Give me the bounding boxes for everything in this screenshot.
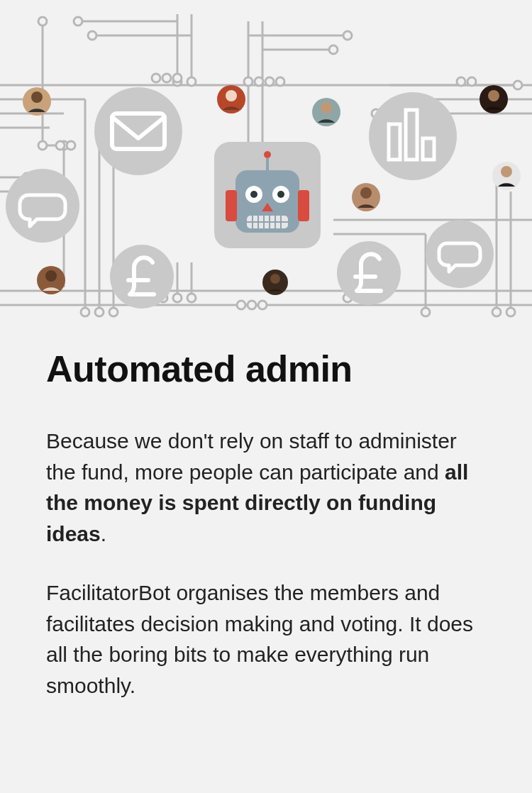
paragraph-2: FacilitatorBot organises the members and… (46, 577, 486, 701)
avatar (217, 85, 245, 113)
svg-point-13 (81, 308, 89, 316)
svg-point-10 (329, 45, 338, 54)
svg-point-2 (88, 31, 96, 40)
pound-icon-left (110, 245, 174, 309)
svg-point-29 (265, 77, 274, 86)
svg-point-4 (38, 141, 47, 150)
svg-point-49 (31, 92, 43, 103)
svg-point-46 (110, 245, 174, 309)
paragraph-1-pre: Because we don't rely on staff to admini… (46, 429, 457, 484)
hero-illustration (0, 0, 532, 319)
chart-icon (369, 92, 457, 180)
svg-point-53 (321, 102, 332, 113)
svg-point-37 (258, 301, 267, 309)
svg-point-36 (248, 301, 256, 309)
svg-point-71 (250, 191, 257, 198)
svg-point-25 (162, 74, 171, 82)
mail-icon (94, 87, 182, 175)
avatar (312, 98, 340, 126)
speech-icon-left (6, 169, 79, 243)
svg-point-0 (38, 17, 47, 26)
svg-point-73 (277, 191, 284, 198)
svg-point-63 (45, 270, 57, 282)
robot-icon (214, 142, 321, 248)
svg-point-15 (109, 308, 118, 316)
paragraph-1: Because we don't rely on staff to admini… (46, 426, 486, 549)
svg-point-17 (173, 294, 182, 302)
svg-point-33 (56, 141, 65, 150)
avatar (262, 270, 288, 295)
speech-icon-right (426, 220, 494, 288)
svg-point-23 (506, 308, 515, 316)
svg-point-22 (492, 308, 501, 316)
svg-point-47 (337, 241, 401, 305)
svg-point-28 (255, 77, 263, 86)
avatar (352, 183, 380, 211)
svg-point-27 (244, 77, 253, 86)
svg-point-26 (173, 74, 182, 82)
paragraph-1-post: . (101, 522, 106, 545)
svg-point-55 (488, 90, 499, 101)
pound-icon-right (337, 241, 401, 305)
svg-point-61 (270, 274, 280, 284)
avatar (480, 85, 508, 113)
svg-rect-68 (226, 190, 237, 221)
svg-point-8 (187, 77, 196, 86)
svg-rect-69 (298, 190, 309, 221)
svg-point-45 (426, 220, 494, 288)
svg-point-40 (369, 92, 457, 180)
svg-point-59 (501, 166, 512, 177)
svg-point-57 (360, 187, 372, 199)
svg-point-21 (421, 308, 430, 316)
svg-point-1 (74, 17, 82, 26)
svg-point-31 (457, 77, 465, 86)
svg-point-18 (187, 294, 196, 302)
svg-point-32 (467, 77, 476, 86)
svg-point-9 (343, 31, 352, 40)
avatar (492, 162, 521, 190)
svg-point-38 (94, 87, 182, 175)
svg-point-51 (226, 90, 237, 101)
svg-point-34 (67, 141, 75, 150)
svg-point-14 (95, 308, 104, 316)
avatar (23, 87, 51, 116)
svg-point-30 (276, 77, 284, 86)
avatar (37, 266, 65, 294)
content-section: Automated admin Because we don't rely on… (0, 319, 532, 701)
svg-point-44 (6, 169, 79, 243)
page-heading: Automated admin (46, 348, 486, 390)
svg-point-65 (264, 151, 271, 158)
svg-point-24 (152, 74, 160, 82)
svg-point-11 (514, 81, 522, 89)
svg-point-35 (237, 301, 245, 309)
